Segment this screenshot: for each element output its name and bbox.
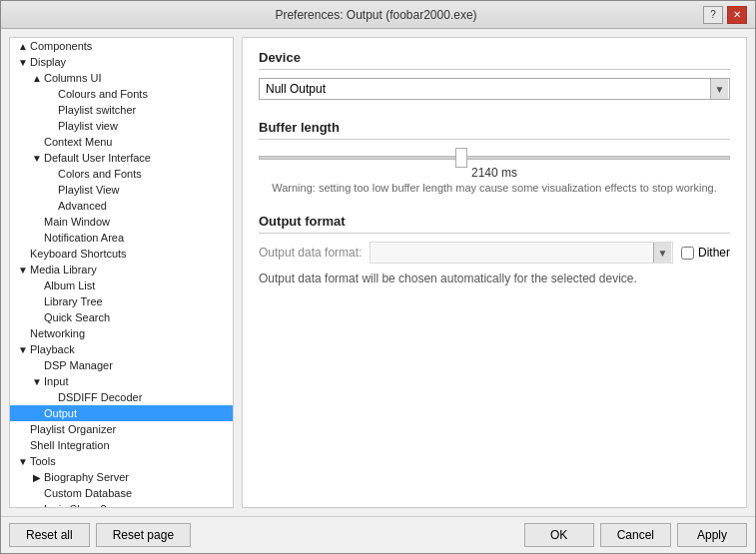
reset-page-button[interactable]: Reset page (96, 523, 191, 547)
sidebar-item-colors-and-fonts[interactable]: Colors and Fonts (10, 166, 233, 182)
tree-label-quick-search: Quick Search (44, 311, 110, 323)
device-dropdown-wrapper: Null Output ▼ (259, 78, 730, 100)
tree-label-columns-ui: Columns UI (44, 72, 101, 84)
footer: Reset all Reset page OK Cancel Apply (1, 516, 755, 553)
sidebar-tree: ▲Components▼Display▲Columns UIColours an… (9, 37, 234, 508)
tree-label-components: Components (30, 40, 92, 52)
apply-button[interactable]: Apply (677, 523, 747, 547)
tree-label-playlist-switcher: Playlist switcher (58, 104, 136, 116)
output-format-select[interactable] (370, 242, 673, 264)
tree-label-colors-and-fonts: Colors and Fonts (58, 168, 142, 180)
tree-label-output: Output (44, 407, 77, 419)
sidebar-item-playback[interactable]: ▼Playback (10, 341, 233, 357)
tree-label-keyboard-shortcuts: Keyboard Shortcuts (30, 248, 127, 260)
expand-icon-components: ▲ (16, 41, 30, 52)
tree-label-playlist-view: Playlist View (58, 184, 120, 196)
tree-label-networking: Networking (30, 327, 85, 339)
sidebar-item-playlist-view-cu[interactable]: Playlist view (10, 118, 233, 134)
dither-checkbox-group: Dither (681, 246, 730, 260)
tree-label-playlist-organizer: Playlist Organizer (30, 423, 116, 435)
main-panel: Device Null Output ▼ Buffer length 2140 … (242, 37, 747, 508)
expand-icon-display: ▼ (16, 57, 30, 68)
sidebar-item-playlist-switcher[interactable]: Playlist switcher (10, 102, 233, 118)
tree-label-biography-server: Biography Server (44, 471, 129, 483)
tree-label-playlist-view-cu: Playlist view (58, 120, 118, 132)
tree-label-playback: Playback (30, 343, 75, 355)
sidebar-item-custom-database[interactable]: Custom Database (10, 485, 233, 501)
expand-icon-input: ▼ (30, 376, 44, 387)
content-area: ▲Components▼Display▲Columns UIColours an… (1, 29, 755, 516)
tree-label-lyric-show-3: Lyric Show 3 (44, 503, 107, 508)
slider-container (259, 148, 730, 164)
dither-checkbox[interactable] (681, 247, 694, 260)
sidebar-item-components[interactable]: ▲Components (10, 38, 233, 54)
device-section: Device Null Output ▼ (259, 50, 730, 100)
title-bar: Preferences: Output (foobar2000.exe) ? ✕ (1, 1, 755, 29)
sidebar-item-playlist-organizer[interactable]: Playlist Organizer (10, 421, 233, 437)
sidebar-item-keyboard-shortcuts[interactable]: Keyboard Shortcuts (10, 246, 233, 262)
output-auto-text: Output data format will be chosen automa… (259, 272, 730, 285)
tree-label-custom-database: Custom Database (44, 487, 132, 499)
tree-label-dsp-manager: DSP Manager (44, 359, 113, 371)
sidebar-item-default-user-interface[interactable]: ▼Default User Interface (10, 150, 233, 166)
sidebar-item-shell-integration[interactable]: Shell Integration (10, 437, 233, 453)
sidebar-item-main-window[interactable]: Main Window (10, 214, 233, 230)
sidebar-item-columns-ui[interactable]: ▲Columns UI (10, 70, 233, 86)
sidebar-item-playlist-view[interactable]: Playlist View (10, 182, 233, 198)
sidebar-item-lyric-show-3[interactable]: Lyric Show 3 (10, 501, 233, 508)
tree-label-input: Input (44, 375, 68, 387)
expand-icon-tools: ▼ (16, 456, 30, 467)
output-format-row: Output data format: ▼ Dither (259, 242, 730, 264)
preferences-window: Preferences: Output (foobar2000.exe) ? ✕… (0, 0, 756, 554)
buffer-value: 2140 ms (259, 166, 730, 180)
tree-label-media-library: Media Library (30, 264, 97, 276)
tree-label-album-list: Album List (44, 279, 95, 291)
reset-all-button[interactable]: Reset all (9, 523, 90, 547)
tree-label-shell-integration: Shell Integration (30, 439, 110, 451)
tree-label-notification-area: Notification Area (44, 232, 124, 244)
device-select[interactable]: Null Output (259, 78, 730, 100)
sidebar-item-album-list[interactable]: Album List (10, 277, 233, 293)
sidebar-item-library-tree[interactable]: Library Tree (10, 293, 233, 309)
tree-label-library-tree: Library Tree (44, 295, 103, 307)
sidebar-item-display[interactable]: ▼Display (10, 54, 233, 70)
tree-label-advanced: Advanced (58, 200, 107, 212)
sidebar-item-advanced[interactable]: Advanced (10, 198, 233, 214)
tree-label-display: Display (30, 56, 66, 68)
close-button[interactable]: ✕ (727, 6, 747, 24)
sidebar-item-biography-server[interactable]: ▶Biography Server (10, 469, 233, 485)
footer-left: Reset all Reset page (9, 523, 518, 547)
sidebar-item-media-library[interactable]: ▼Media Library (10, 262, 233, 277)
tree-label-main-window: Main Window (44, 216, 110, 228)
sidebar-item-networking[interactable]: Networking (10, 325, 233, 341)
dither-label[interactable]: Dither (698, 246, 730, 260)
sidebar-item-colours-and-fonts[interactable]: Colours and Fonts (10, 86, 233, 102)
output-format-dropdown-wrapper: ▼ (370, 242, 673, 264)
sidebar-item-context-menu[interactable]: Context Menu (10, 134, 233, 150)
device-section-header: Device (259, 50, 730, 70)
ok-button[interactable]: OK (524, 523, 594, 547)
expand-icon-media-library: ▼ (16, 265, 30, 276)
sidebar-item-quick-search[interactable]: Quick Search (10, 309, 233, 325)
output-format-header: Output format (259, 214, 730, 234)
buffer-warning: Warning: setting too low buffer length m… (259, 182, 730, 194)
sidebar-item-output[interactable]: Output (10, 405, 233, 421)
sidebar-item-notification-area[interactable]: Notification Area (10, 230, 233, 246)
window-title: Preferences: Output (foobar2000.exe) (49, 8, 703, 22)
output-format-section: Output format Output data format: ▼ Dith… (259, 214, 730, 285)
sidebar-item-input[interactable]: ▼Input (10, 373, 233, 389)
tree-label-dsdiff-decoder: DSDIFF Decoder (58, 391, 142, 403)
help-button[interactable]: ? (703, 6, 723, 24)
tree-label-colours-and-fonts: Colours and Fonts (58, 88, 148, 100)
cancel-button[interactable]: Cancel (600, 523, 671, 547)
title-bar-controls: ? ✕ (703, 6, 747, 24)
sidebar-item-dsdiff-decoder[interactable]: DSDIFF Decoder (10, 389, 233, 405)
buffer-slider[interactable] (259, 156, 730, 160)
expand-icon-biography-server: ▶ (30, 472, 44, 483)
sidebar-item-tools[interactable]: ▼Tools (10, 453, 233, 469)
expand-icon-playback: ▼ (16, 344, 30, 355)
buffer-section-header: Buffer length (259, 120, 730, 140)
tree-label-context-menu: Context Menu (44, 136, 112, 148)
tree-label-default-user-interface: Default User Interface (44, 152, 151, 164)
sidebar-item-dsp-manager[interactable]: DSP Manager (10, 357, 233, 373)
